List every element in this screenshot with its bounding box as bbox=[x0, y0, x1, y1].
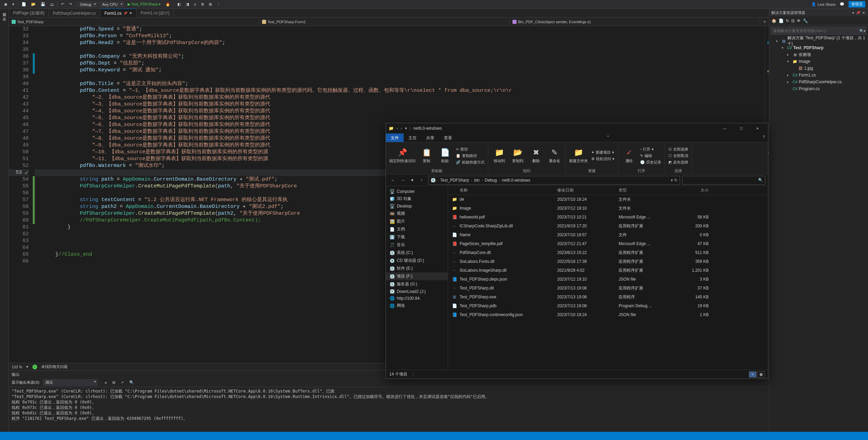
history-button[interactable]: 🕓 历史记录 bbox=[640, 160, 661, 165]
config-dropdown[interactable]: Debug bbox=[78, 2, 98, 7]
explorer-file-list[interactable]: 名称 修改日期 类型 大小 📁de2023/7/10 18:24文件夹📁Imag… bbox=[448, 186, 768, 370]
tool-btn-1[interactable]: ◧ bbox=[176, 1, 182, 7]
nav-item[interactable]: 🖥️Desktop bbox=[386, 203, 448, 210]
properties-button[interactable]: ✓属性 bbox=[622, 148, 637, 164]
deps-node[interactable]: ▸⊞依赖项 bbox=[769, 51, 868, 58]
file-row[interactable]: 📕helloworld.pdf2023/7/13 10:21Microsoft … bbox=[448, 213, 768, 222]
output-toggle-icon[interactable]: ⊟ bbox=[111, 380, 117, 385]
nav-item[interactable]: 💽项目 (F:) bbox=[386, 272, 448, 280]
close-tab-icon[interactable]: ✕ bbox=[129, 11, 132, 15]
file-row[interactable]: 📁de2023/7/10 18:24文件夹 bbox=[448, 195, 768, 204]
document-tab[interactable]: Form1.cs 📌 ✕ bbox=[100, 9, 136, 17]
col-type[interactable]: 类型 bbox=[619, 187, 673, 193]
qat-props-icon[interactable]: ▫ bbox=[396, 126, 398, 131]
move-to-button[interactable]: 📁移动到 bbox=[492, 148, 507, 164]
file-row[interactable]: 📘Test_PDFSharp.deps.json2023/7/12 19:10J… bbox=[448, 275, 768, 284]
nav-item[interactable]: 🖥️Computer bbox=[386, 188, 448, 195]
window-minimize-button[interactable]: — bbox=[717, 124, 733, 133]
edit-button[interactable]: ✎ 编辑 bbox=[640, 153, 661, 158]
no-issues-icon[interactable]: ✓ bbox=[32, 365, 37, 369]
file-row[interactable]: ▫PdfSharpCore.dll2023/6/13 15:22应用程序扩展51… bbox=[448, 248, 768, 257]
list-header-row[interactable]: 名称 修改日期 类型 大小 bbox=[448, 186, 768, 195]
show-all-icon[interactable]: 👁 bbox=[797, 18, 801, 23]
col-size[interactable]: 大小 bbox=[673, 187, 714, 193]
document-tab[interactable]: PdfSharpCoreHelper.cs bbox=[49, 9, 100, 17]
nav-recent-button[interactable]: ▾ bbox=[408, 176, 417, 185]
pin-quick-access-button[interactable]: 📌固定到快速访问 bbox=[389, 148, 416, 164]
run-button[interactable]: ▶ Test_PDFSharp ▾ bbox=[126, 1, 162, 7]
refresh-icon[interactable]: ↻ bbox=[786, 18, 789, 23]
nav-item[interactable]: 🌐http://100.84. bbox=[386, 295, 448, 302]
image-folder-node[interactable]: ▾📁Image bbox=[769, 58, 868, 65]
crumb-0[interactable]: Test_PDFSharp bbox=[439, 178, 470, 183]
ribbon-tab-home[interactable]: 主页 bbox=[404, 133, 421, 142]
copy-button[interactable]: 📋复制 bbox=[419, 148, 434, 164]
address-dropdown-icon[interactable]: ▾ bbox=[671, 178, 673, 183]
nav-item[interactable]: 💽DownLoad2 (J:) bbox=[386, 288, 448, 295]
solution-search-input[interactable] bbox=[771, 27, 858, 35]
ribbon-tab-view[interactable]: 查看 bbox=[439, 133, 457, 142]
file-row[interactable]: ▫Test_PDFSharp.dll2023/7/13 19:08应用程序扩展3… bbox=[448, 284, 768, 293]
file-row[interactable]: 📁Image2023/7/12 19:10文件夹 bbox=[448, 204, 768, 213]
solution-tree[interactable]: ▸▧解决方案 'Test_PDFSharp' (1 个项目，共 1 个) ▾C#… bbox=[769, 36, 868, 432]
copy-path-button[interactable]: 📋 复制路径 bbox=[456, 153, 484, 158]
ribbon-tab-share[interactable]: 共享 bbox=[421, 133, 439, 142]
nav-split-button[interactable]: ＋ bbox=[760, 19, 769, 25]
save-icon[interactable]: 💾 bbox=[39, 1, 47, 7]
qat-dropdown-icon[interactable]: ▾ bbox=[405, 126, 407, 131]
new-file-icon[interactable]: 📄 bbox=[20, 1, 28, 7]
hot-reload-icon[interactable]: 🔥 bbox=[164, 1, 172, 7]
copy-to-button[interactable]: 📂复制到 bbox=[510, 148, 525, 164]
nav-item[interactable]: 🌐网络 bbox=[386, 302, 448, 310]
nav-class[interactable]: Test_PDFSharp.Form1 bbox=[259, 19, 510, 25]
tool-btn-2[interactable]: ◨ bbox=[184, 1, 190, 7]
nav-item[interactable]: 💽服务器 (G:) bbox=[386, 280, 448, 288]
file-program[interactable]: C#Program.cs bbox=[769, 85, 868, 92]
tool-btn-3[interactable]: ≡ bbox=[192, 2, 197, 7]
zoom-level[interactable]: 133 % bbox=[12, 365, 22, 369]
ribbon-collapse-icon[interactable]: ^ bbox=[604, 133, 612, 142]
collapse-icon[interactable]: ⊟ bbox=[791, 18, 795, 23]
crumb-3[interactable]: net6.0-windows bbox=[501, 178, 531, 183]
file-row[interactable]: ▫ICSharpCode.SharpZipLib.dll2021/9/19 17… bbox=[448, 222, 768, 230]
nav-back-icon[interactable]: ◉ bbox=[3, 1, 9, 7]
pin-icon[interactable]: 📌 bbox=[124, 12, 127, 15]
delete-button[interactable]: ✖删除 bbox=[529, 148, 544, 164]
nav-item[interactable]: 🖼️图片 bbox=[386, 217, 448, 225]
solution-node[interactable]: ▸▧解决方案 'Test_PDFSharp' (1 个项目，共 1 个) bbox=[769, 38, 868, 44]
properties-icon[interactable]: 🔧 bbox=[803, 18, 808, 23]
document-tab[interactable]: Form1.cs [设计] bbox=[136, 9, 174, 17]
panel-dropdown-icon[interactable]: ▾ bbox=[851, 11, 855, 15]
nav-item[interactable]: 💿CD 驱动器 (D:) bbox=[386, 257, 448, 265]
invert-selection-button[interactable]: ◩ 反向选择 bbox=[668, 160, 688, 165]
crumb-2[interactable]: Debug bbox=[484, 178, 497, 183]
window-maximize-button[interactable]: ☐ bbox=[733, 124, 749, 133]
save-all-icon[interactable]: 🗂 bbox=[49, 2, 55, 7]
explorer-nav-pane[interactable]: 🖥️Computer🧊3D 对象🖥️Desktop🎞️视频🖼️图片📄文档⬇️下载… bbox=[386, 186, 448, 370]
nav-item[interactable]: 💽系统 (C:) bbox=[386, 249, 448, 257]
select-all-button[interactable]: ☑ 全部选择 bbox=[668, 147, 688, 152]
home-icon[interactable]: 🏠 bbox=[771, 18, 777, 23]
output-text[interactable]: "Test_PDFSharp.exe" (CoreCLR: clrhost): … bbox=[9, 387, 769, 432]
new-item-button[interactable]: ✦ 新建项目 ▾ bbox=[591, 150, 614, 155]
col-date[interactable]: 修改日期 bbox=[557, 187, 619, 193]
paste-shortcut-button[interactable]: 🔗 粘贴快捷方式 bbox=[456, 160, 484, 165]
nav-up-button[interactable]: ↑ bbox=[417, 176, 426, 185]
paste-button[interactable]: 📄粘贴 bbox=[437, 148, 452, 164]
file-row[interactable]: ▫SixLabors.ImageSharp.dll2021/9/28 4:02应… bbox=[448, 266, 768, 275]
nav-item[interactable]: 🧊3D 对象 bbox=[386, 195, 448, 203]
document-tab[interactable]: PdfPage [反编译] bbox=[9, 9, 49, 17]
file-helper[interactable]: ▸C#PdfSharpCoreHelper.cs bbox=[769, 79, 868, 85]
easy-access-button[interactable]: ⚙ 轻松访问 ▾ bbox=[591, 156, 614, 161]
nav-item[interactable]: 💽软件 (E:) bbox=[386, 265, 448, 272]
icons-view-button[interactable]: ▦ bbox=[757, 371, 765, 378]
address-refresh-icon[interactable]: ↻ bbox=[674, 178, 678, 183]
explorer-search-input[interactable]: 🔍 bbox=[682, 176, 765, 185]
platform-dropdown[interactable]: Any CPU bbox=[100, 2, 124, 7]
file-row[interactable]: ▫SixLabors.Fonts.dll2022/5/18 17:39应用程序扩… bbox=[448, 257, 768, 266]
output-wrap-icon[interactable]: ⤶ bbox=[119, 380, 125, 385]
file-row[interactable]: 📕PageSizes_tempfile.pdf2023/7/12 21:47Mi… bbox=[448, 239, 768, 248]
nav-member[interactable]: Btn_PDF_Click(object sender, EventArgs e… bbox=[510, 19, 760, 25]
col-name[interactable]: 名称 bbox=[460, 188, 468, 193]
nav-item[interactable]: 🎞️视频 bbox=[386, 210, 448, 217]
